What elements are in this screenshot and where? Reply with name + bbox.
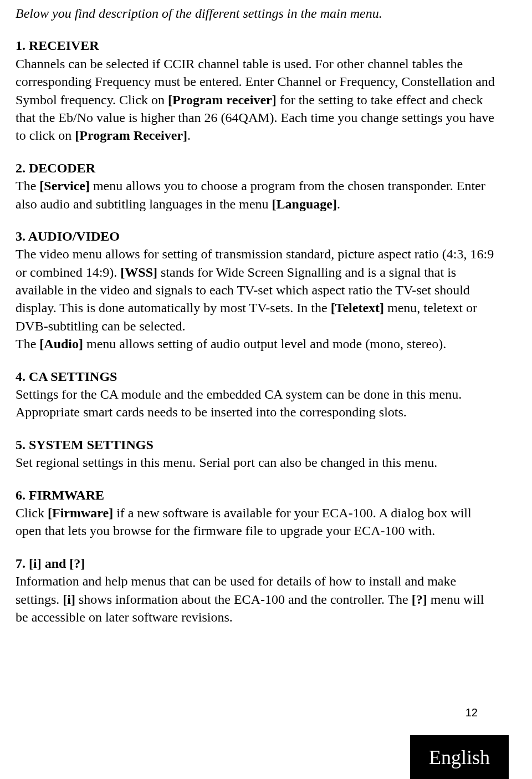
section-firmware: 6. FIRMWARE Click [Firmware] if a new so…: [16, 486, 499, 540]
section-title: 5. SYSTEM SETTINGS: [16, 437, 154, 452]
section-info-help: 7. [i] and [?] Information and help menu…: [16, 554, 499, 627]
body-text: Set regional settings in this menu. Seri…: [16, 455, 437, 470]
intro-text: Below you find description of the differ…: [16, 4, 499, 22]
section-title: 6. FIRMWARE: [16, 488, 104, 502]
body-text: Settings for the CA module and the embed…: [16, 387, 462, 419]
section-audio-video: 3. AUDIO/VIDEO The video menu allows for…: [16, 227, 499, 353]
body-text: The [Audio] menu allows setting of audio…: [16, 337, 446, 351]
body-text: The [Service] menu allows you to choose …: [16, 179, 485, 211]
section-title: 3. AUDIO/VIDEO: [16, 229, 120, 243]
section-title: 4. CA SETTINGS: [16, 369, 117, 384]
section-title: 2. DECODER: [16, 161, 95, 175]
language-tab: English: [410, 735, 509, 779]
section-receiver: 1. RECEIVER Channels can be selected if …: [16, 37, 499, 144]
body-text: Channels can be selected if CCIR channel…: [16, 57, 495, 143]
body-text: The video menu allows for setting of tra…: [16, 247, 494, 333]
page-number: 12: [466, 705, 478, 720]
body-text: Click [Firmware] if a new software is av…: [16, 506, 472, 538]
section-title: 1. RECEIVER: [16, 38, 99, 53]
section-title: 7. [i] and [?]: [16, 556, 85, 571]
section-system-settings: 5. SYSTEM SETTINGS Set regional settings…: [16, 436, 499, 472]
section-ca-settings: 4. CA SETTINGS Settings for the CA modul…: [16, 368, 499, 421]
body-text: Information and help menus that can be u…: [16, 574, 484, 624]
section-decoder: 2. DECODER The [Service] menu allows you…: [16, 159, 499, 213]
